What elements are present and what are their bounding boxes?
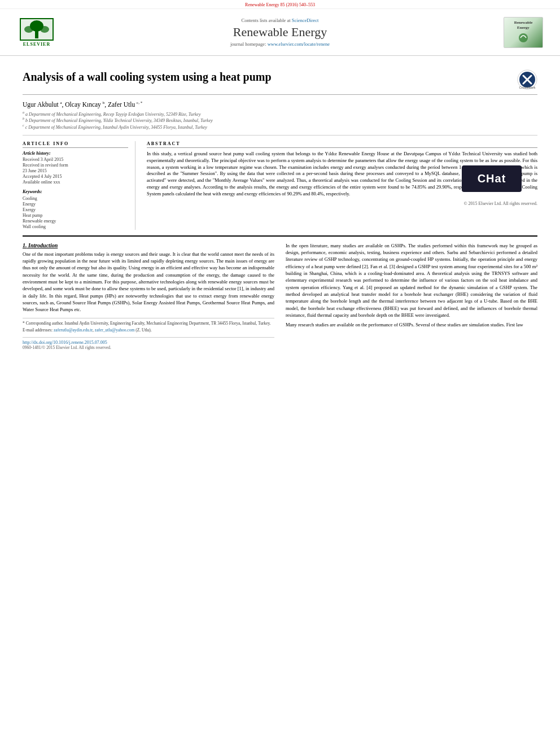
re-logo-thumbnail: RenewableEnergy <box>504 17 543 48</box>
affiliation-b: b b Department of Mechanical Engineering… <box>23 117 537 123</box>
history-revised-label: Received in revised form <box>23 163 128 168</box>
affil-sup-a: a <box>60 101 62 105</box>
crossmark-icon: CrossMark <box>517 69 537 90</box>
history-accepted: Accepted 4 July 2015 <box>23 174 128 179</box>
citation-text: Renewable Energy 85 (2016) 540–553 <box>245 2 315 7</box>
elsevier-tree-icon <box>21 19 53 40</box>
elsevier-text: ELSEVIER <box>23 42 50 47</box>
article-title: Analysis of a wall cooling system using … <box>23 69 511 84</box>
svg-point-5 <box>519 33 528 42</box>
keyword-exergy: Exergy <box>23 207 128 212</box>
affiliation-a: a a Department of Mechanical Engineering… <box>23 111 537 117</box>
copyright-line: © 2015 Elsevier Ltd. All rights reserved… <box>147 201 537 206</box>
keyword-cooling: Cooling <box>23 196 128 201</box>
keyword-wallcooling: Wall cooling <box>23 224 128 229</box>
article-info-header: ARTICLE INFO <box>23 141 128 148</box>
footnote-email: E-mail addresses: zaferutlu@aydin.edu.tr… <box>23 327 274 334</box>
article-info-column: ARTICLE INFO Article history: Received 3… <box>23 141 135 230</box>
authors-line: Ugur Akbulut a, Olcay Kıncay b, Zafer Ut… <box>23 101 537 108</box>
intro-paragraph-right-1: In the open literature, many studies are… <box>286 242 537 318</box>
history-online: Available online xxx <box>23 180 128 185</box>
footnote-corresponding: * Corresponding author. Istanbul Aydin U… <box>23 321 274 327</box>
body-right-column: In the open literature, many studies are… <box>286 242 537 350</box>
issn-line: 0960-1481/© 2015 Elsevier Ltd. All right… <box>23 345 274 350</box>
body-text-section: 1. Introduction One of the most importan… <box>23 242 537 350</box>
citation-line: Renewable Energy 85 (2016) 540–553 <box>0 0 560 9</box>
info-abstract-section: ARTICLE INFO Article history: Received 3… <box>23 141 537 230</box>
intro-paragraph-right-2: Many research studies are available on t… <box>286 321 537 328</box>
keyword-energy: Energy <box>23 202 128 207</box>
affil-sup-b: b <box>103 101 105 105</box>
elsevier-logo-section: ELSEVIER <box>11 12 62 52</box>
journal-banner: ELSEVIER Contents lists available at Sci… <box>0 9 560 56</box>
homepage-line: journal homepage: www.elsevier.com/locat… <box>73 41 487 47</box>
intro-section-title: 1. Introduction <box>23 242 274 248</box>
elsevier-logo-box <box>20 18 54 41</box>
article-title-section: Analysis of a wall cooling system using … <box>23 64 537 95</box>
intro-paragraph-1: One of the most important problems today… <box>23 251 274 313</box>
bottom-bar: http://dx.doi.org/10.1016/j.renene.2015.… <box>23 337 274 345</box>
svg-text:CrossMark: CrossMark <box>519 86 536 89</box>
main-content: Analysis of a wall cooling system using … <box>0 56 560 361</box>
homepage-link[interactable]: www.elsevier.com/locate/renene <box>268 41 330 47</box>
abstract-header: ABSTRACT <box>147 141 537 148</box>
affiliations-section: a a Department of Mechanical Engineering… <box>23 111 537 136</box>
crossmark-badge: CrossMark <box>517 69 537 90</box>
journal-name: Renewable Energy <box>73 25 487 40</box>
chat-overlay[interactable]: CHat <box>462 165 522 192</box>
homepage-prefix: journal homepage: <box>230 41 268 47</box>
re-thumbnail-icon <box>515 32 532 43</box>
keyword-renewable: Renewable energy <box>23 219 128 224</box>
keyword-heatpump: Heat pump <box>23 213 128 218</box>
main-divider <box>23 235 537 237</box>
doi-link[interactable]: http://dx.doi.org/10.1016/j.renene.2015.… <box>23 340 107 345</box>
journal-logo-right: RenewableEnergy <box>498 12 549 52</box>
history-received: Received 3 April 2015 <box>23 157 128 162</box>
footnote-email-link[interactable]: zaferutlu@aydin.edu.tr <box>54 327 93 333</box>
svg-rect-1 <box>35 30 38 38</box>
svg-point-3 <box>24 26 33 33</box>
affiliation-c: c c Department of Mechanical Engineering… <box>23 124 537 130</box>
elsevier-logo: ELSEVIER <box>20 18 54 47</box>
sciencedirect-link[interactable]: ScienceDirect <box>292 18 319 23</box>
history-revised-date: 23 June 2015 <box>23 168 128 173</box>
affil-sup-c: c, * <box>137 101 142 105</box>
history-label: Article history: <box>23 151 128 156</box>
chat-label: CHat <box>478 172 506 185</box>
footnote-email-link2[interactable]: zafer_utlu@yahoo.com <box>95 327 134 333</box>
svg-point-4 <box>40 26 49 33</box>
sciencedirect-line: Contents lists available at ScienceDirec… <box>73 18 487 23</box>
footnote-email-label: E-mail addresses: <box>23 327 53 333</box>
body-left-column: 1. Introduction One of the most importan… <box>23 242 274 350</box>
footnote-section: * Corresponding author. Istanbul Aydin U… <box>23 318 274 334</box>
sciencedirect-prefix: Contents lists available at <box>242 18 292 23</box>
journal-banner-center: Contents lists available at ScienceDirec… <box>62 18 498 47</box>
keywords-label: Keywords: <box>23 189 128 194</box>
